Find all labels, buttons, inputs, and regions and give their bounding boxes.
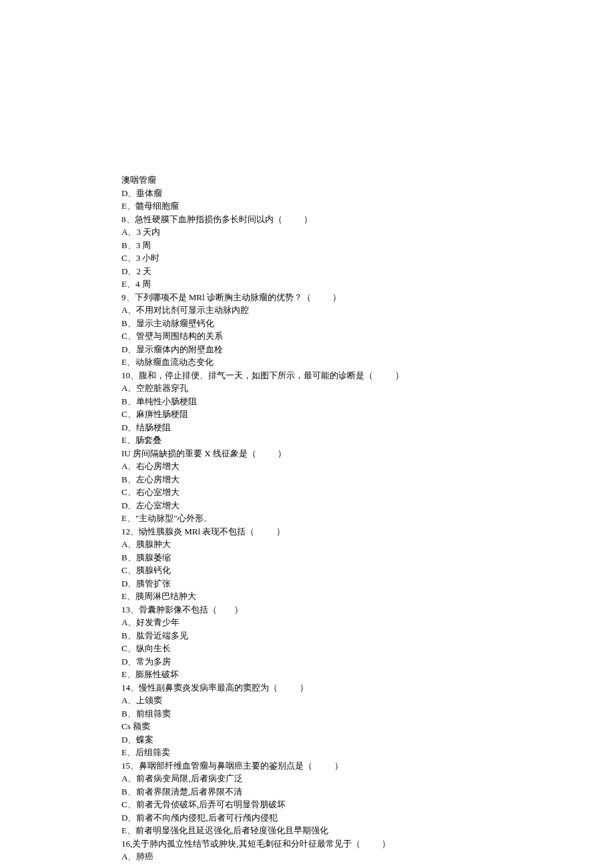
text-line: C、管壁与周围结构的关系 — [121, 330, 614, 343]
text-line: E、髓母细胞瘤 — [121, 199, 614, 213]
text-line: 澳咽管瘤 — [121, 173, 614, 187]
text-line: 16,关于肺内孤立性结节或肿块,其短毛刺征和分叶征最常见于（ ） — [121, 837, 614, 851]
text-line: D、结肠梗阻 — [121, 421, 614, 434]
text-line: D、前者不向颅内侵犯,后者可行颅内侵犯 — [121, 811, 614, 825]
text-line: 12、恸性胰腺炎 MRl 表现不包括（ ） — [121, 525, 614, 538]
text-line: D、左心室增大 — [121, 499, 614, 512]
text-line: 15、鼻咽部纤维血管瘤与鼻咽癌主要的鉴别点是（ ） — [121, 759, 614, 773]
text-line: A、胰腺肿大 — [121, 538, 614, 551]
text-line: A、前者病变局限,后者病变广泛 — [121, 772, 614, 785]
text-line: IU 房间隔缺损的重要 X 线征象是（ ） — [121, 447, 614, 460]
text-line: E、肠套叠 — [121, 434, 614, 447]
text-line: 14、慢性副鼻窦炎发病率最高的窦腔为（ ） — [121, 681, 614, 695]
text-line: D、蝶案 — [121, 733, 614, 747]
text-line: D、2 天 — [121, 265, 614, 278]
text-line: B、3 周 — [121, 239, 614, 252]
text-line: C、麻痹性肠梗阻 — [121, 408, 614, 421]
text-line: B、前组筛窦 — [121, 707, 614, 721]
text-line: E、"主动脉型"心外形。 — [121, 512, 614, 525]
text-line: C、前者无骨侦破坏,后弄可右明显骨朋破坏 — [121, 798, 614, 811]
text-line: A、肺癌 — [121, 850, 614, 863]
text-line: A、好发青少年 — [121, 616, 614, 629]
text-line: B、肱骨近端多见 — [121, 629, 614, 642]
text-line: D、常为多房 — [121, 655, 614, 669]
text-line: A、3 天内 — [121, 226, 614, 239]
text-line: E、后组筛卖 — [121, 746, 614, 759]
text-line: C、胰腺钙化 — [121, 564, 614, 577]
text-line: 8、急性硬膜下血肿指损伤多长时间以内（ ） — [121, 213, 614, 226]
text-line: A、上颌窦 — [121, 694, 614, 707]
text-line: E、动脉瘤血流动态变化 — [121, 356, 614, 369]
text-line: C、右心室增大 — [121, 486, 614, 499]
text-line: Cs 额窦 — [121, 720, 614, 733]
text-line: E、前者明显强化且延迟强化,后者轻度强化且早期强化 — [121, 824, 614, 837]
text-line: C、3 小时 — [121, 252, 614, 265]
text-line: D、胰管扩张 — [121, 577, 614, 590]
text-line: C、纵向生长 — [121, 642, 614, 655]
text-line: D、垂体瘤 — [121, 187, 614, 200]
text-line: A、不用对比剂可显示主动脉内腔 — [121, 304, 614, 317]
text-line: B、左心房增大 — [121, 473, 614, 486]
text-line: B、单纯性小肠梗阻 — [121, 395, 614, 408]
text-line: D、显示瘤体内的附壁血栓 — [121, 343, 614, 356]
text-line: B、胰腺萎缩 — [121, 551, 614, 564]
text-line: B、前者界限清楚,后者界限不清 — [121, 785, 614, 799]
text-line: E、4 周 — [121, 278, 614, 291]
text-line: 10、腹和，停止排便、排气一天，如图下所示，最可能的诊断是（ ） — [121, 369, 614, 382]
text-line: 9、下列哪项不是 MRl 诊断胸主动脉瘤的优势？（ ） — [121, 291, 614, 304]
text-line: E、胰周淋巴结肿大 — [121, 590, 614, 603]
text-line: E、膨胀性破坏 — [121, 668, 614, 681]
text-line: A、右心房增大 — [121, 460, 614, 473]
text-line: A、空腔脏器穿孔 — [121, 382, 614, 395]
text-line: B、显示主动脉瘤壁钙化 — [121, 317, 614, 330]
text-line: 13、骨囊肿影像不包括（ ） — [121, 603, 614, 616]
